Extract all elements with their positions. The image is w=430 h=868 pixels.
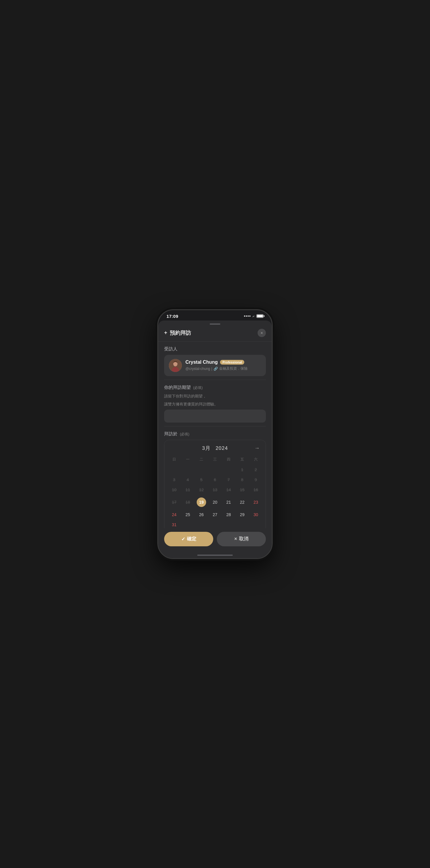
expectation-input[interactable] bbox=[164, 410, 266, 423]
calendar-day bbox=[208, 520, 222, 528]
expectation-section: 你的拜訪期望 (必填) 請留下你對拜訪的期望， 讓雙方擁有更優質的拜訪體驗。 bbox=[164, 380, 266, 426]
link-icon: 🔗 bbox=[213, 367, 218, 371]
calendar-day[interactable]: 16 bbox=[249, 485, 263, 495]
expectation-required: (必填) bbox=[193, 385, 203, 390]
home-bar bbox=[197, 555, 233, 556]
calendar-day[interactable]: 18 bbox=[181, 495, 195, 509]
weekday-thu: 四 bbox=[222, 456, 235, 463]
confirm-button[interactable]: ✓ 確定 bbox=[164, 532, 213, 546]
calendar-header: 3月 2024 → bbox=[167, 445, 263, 452]
calendar-day[interactable]: 1 bbox=[235, 465, 249, 474]
calendar-days: 1234567891011121314151617181920212223242… bbox=[167, 465, 263, 528]
cancel-icon: × bbox=[234, 536, 237, 541]
profile-name: Crystal Chung bbox=[186, 360, 218, 365]
calendar-day[interactable]: 15 bbox=[235, 485, 249, 495]
home-indicator bbox=[158, 552, 272, 558]
close-button[interactable]: × bbox=[258, 329, 266, 337]
sheet-header: + 預約拜訪 × bbox=[158, 324, 272, 341]
phone-frame: 17:09 ⌿ + 預約拜訪 × bbox=[157, 309, 273, 559]
profile-meta: @crystal-chung | 🔗 金融及投資．保險 bbox=[186, 366, 261, 371]
expectation-hint-2: 讓雙方擁有更優質的拜訪體驗。 bbox=[164, 401, 266, 407]
weekday-mon: 一 bbox=[181, 456, 195, 463]
visitor-section: 受訪人 bbox=[164, 342, 266, 380]
calendar-day[interactable]: 25 bbox=[181, 510, 195, 519]
battery-icon bbox=[256, 314, 264, 318]
profile-username: @crystal-chung bbox=[186, 367, 210, 371]
sheet-title-text: 預約拜訪 bbox=[170, 330, 191, 337]
calendar-day bbox=[181, 465, 195, 474]
calendar-day[interactable]: 22 bbox=[235, 495, 249, 509]
confirm-label: 確定 bbox=[187, 536, 196, 542]
close-icon: × bbox=[261, 331, 263, 335]
calendar: 3月 2024 → 日 一 二 三 四 五 六 bbox=[164, 440, 266, 528]
calendar-day bbox=[167, 465, 181, 474]
sheet-title-group: + 預約拜訪 bbox=[164, 330, 191, 337]
calendar-day[interactable]: 10 bbox=[167, 485, 181, 495]
calendar-day bbox=[249, 520, 263, 528]
calendar-day bbox=[195, 520, 208, 528]
calendar-day[interactable]: 7 bbox=[222, 475, 235, 485]
calendar-day[interactable]: 2 bbox=[249, 465, 263, 474]
modal-sheet: + 預約拜訪 × 受訪人 bbox=[158, 320, 272, 558]
status-bar: 17:09 ⌿ bbox=[158, 310, 272, 320]
calendar-day[interactable]: 8 bbox=[235, 475, 249, 485]
wifi-icon: ⌿ bbox=[252, 314, 255, 318]
calendar-day bbox=[222, 465, 235, 474]
calendar-day[interactable]: 27 bbox=[208, 510, 222, 519]
signal-icon bbox=[244, 315, 251, 317]
calendar-month-year: 3月 2024 bbox=[202, 445, 228, 452]
sheet-content[interactable]: 受訪人 bbox=[158, 342, 272, 528]
expectation-label: 你的拜訪期望 (必填) bbox=[164, 385, 266, 390]
visitor-label: 受訪人 bbox=[164, 346, 266, 352]
calendar-day bbox=[222, 520, 235, 528]
profile-card: Crystal Chung Professional @crystal-chun… bbox=[164, 355, 266, 376]
calendar-day[interactable]: 20 bbox=[208, 495, 222, 509]
calendar-day[interactable]: 6 bbox=[208, 475, 222, 485]
weekday-fri: 五 bbox=[235, 456, 249, 463]
weekday-sat: 六 bbox=[249, 456, 263, 463]
calendar-day[interactable]: 19 bbox=[195, 495, 208, 509]
calendar-day[interactable]: 23 bbox=[249, 495, 263, 509]
calendar-day[interactable]: 9 bbox=[249, 475, 263, 485]
plus-icon: + bbox=[164, 330, 167, 336]
weekday-tue: 二 bbox=[195, 456, 208, 463]
calendar-day bbox=[195, 465, 208, 474]
cancel-button[interactable]: × 取消 bbox=[217, 532, 266, 546]
calendar-day[interactable]: 28 bbox=[222, 510, 235, 519]
calendar-day bbox=[235, 520, 249, 528]
profile-name-row: Crystal Chung Professional bbox=[186, 360, 261, 365]
calendar-day[interactable]: 13 bbox=[208, 485, 222, 495]
calendar-day[interactable]: 26 bbox=[195, 510, 208, 519]
calendar-day[interactable]: 5 bbox=[195, 475, 208, 485]
status-icons: ⌿ bbox=[244, 314, 264, 318]
avatar-image bbox=[169, 359, 182, 372]
calendar-next-button[interactable]: → bbox=[254, 445, 260, 451]
calendar-day bbox=[181, 520, 195, 528]
calendar-day[interactable]: 29 bbox=[235, 510, 249, 519]
calendar-day[interactable]: 4 bbox=[181, 475, 195, 485]
confirm-icon: ✓ bbox=[181, 536, 185, 542]
calendar-day[interactable]: 21 bbox=[222, 495, 235, 509]
expectation-hint-1: 請留下你對拜訪的期望， bbox=[164, 393, 266, 399]
calendar-day bbox=[208, 465, 222, 474]
avatar bbox=[169, 359, 182, 372]
bottom-actions: ✓ 確定 × 取消 bbox=[158, 528, 272, 552]
calendar-day[interactable]: 11 bbox=[181, 485, 195, 495]
divider-pipe: | bbox=[211, 367, 212, 371]
calendar-weekdays: 日 一 二 三 四 五 六 bbox=[167, 456, 263, 463]
weekday-sun: 日 bbox=[167, 456, 181, 463]
calendar-day[interactable]: 14 bbox=[222, 485, 235, 495]
professional-badge: Professional bbox=[220, 360, 244, 365]
calendar-day[interactable]: 12 bbox=[195, 485, 208, 495]
profile-info: Crystal Chung Professional @crystal-chun… bbox=[186, 360, 261, 371]
calendar-day[interactable]: 30 bbox=[249, 510, 263, 519]
visit-date-section: 拜訪於 (必填) 3月 2024 → 日 bbox=[164, 427, 266, 528]
weekday-wed: 三 bbox=[208, 456, 222, 463]
profile-category: 金融及投資．保險 bbox=[219, 366, 247, 371]
calendar-day[interactable]: 24 bbox=[167, 510, 181, 519]
calendar-day[interactable]: 31 bbox=[167, 520, 181, 528]
visit-date-required: (必填) bbox=[180, 432, 189, 436]
calendar-day[interactable]: 17 bbox=[167, 495, 181, 509]
status-time: 17:09 bbox=[166, 314, 178, 319]
calendar-day[interactable]: 3 bbox=[167, 475, 181, 485]
